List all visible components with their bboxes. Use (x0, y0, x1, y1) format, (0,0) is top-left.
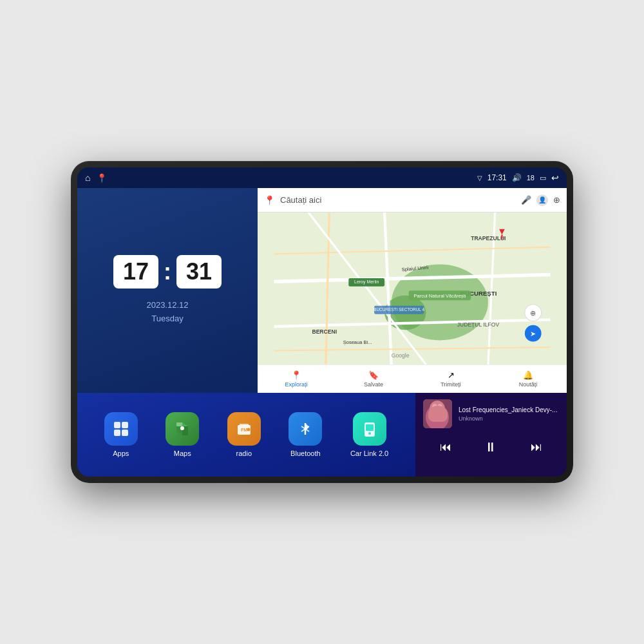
album-art (423, 399, 452, 428)
map-search-input[interactable]: Căutați aici (280, 195, 516, 205)
clock-widget: 17 : 31 2023.12.12 Tuesday (77, 188, 258, 393)
clock-display: 17 : 31 (113, 255, 222, 289)
map-search-bar[interactable]: 📍 Căutați aici 🎤 👤 ⊕ (258, 188, 567, 213)
clock-date: 2023.12.12 Tuesday (146, 299, 188, 326)
device: ⌂ 📍 ▽ 17:31 🔊 18 ▭ ↩ 17 : (71, 161, 573, 483)
news-icon: 🔔 (523, 370, 533, 380)
music-player: Lost Frequencies_Janieck Devy-... Unknow… (415, 393, 567, 477)
status-bar: ⌂ 📍 ▽ 17:31 🔊 18 ▭ ↩ (77, 167, 567, 188)
bluetooth-icon (289, 412, 322, 446)
map-search-actions: 🎤 👤 ⊕ (521, 194, 560, 206)
volume-icon[interactable]: 🔊 (512, 173, 522, 182)
svg-point-50 (437, 404, 442, 410)
svg-point-42 (247, 428, 250, 431)
send-icon: ↗ (448, 370, 455, 380)
album-art-image (423, 399, 452, 428)
svg-rect-40 (240, 424, 249, 426)
svg-rect-44 (366, 424, 374, 431)
map-area: Splaiul Unirii Șoseaua Bi... TRAPEZULUI … (258, 213, 567, 365)
music-top: Lost Frequencies_Janieck Devy-... Unknow… (423, 399, 559, 428)
apps-section: Apps Maps (77, 393, 415, 477)
apps-label: Apps (113, 450, 129, 457)
svg-point-45 (368, 432, 371, 435)
mic-icon[interactable]: 🎤 (521, 195, 531, 205)
svg-text:Leroy Merlin: Leroy Merlin (354, 279, 379, 285)
svg-text:⊕: ⊕ (530, 309, 536, 317)
app-item-carlink[interactable]: Car Link 2.0 (350, 412, 388, 457)
maps-shortcut-icon[interactable]: 📍 (97, 173, 107, 183)
clock-minutes: 31 (176, 255, 222, 289)
music-title: Lost Frequencies_Janieck Devy-... (459, 406, 559, 413)
saved-icon: 🔖 (368, 370, 379, 380)
music-info: Lost Frequencies_Janieck Devy-... Unknow… (459, 406, 559, 422)
svg-text:Parcul Natural Văcărești: Parcul Natural Văcărești (413, 293, 466, 299)
account-icon[interactable]: 👤 (536, 194, 548, 206)
bluetooth-label: Bluetooth (290, 450, 320, 457)
svg-text:FM: FM (241, 428, 247, 432)
home-icon[interactable]: ⌂ (85, 173, 90, 183)
apps-icon (104, 412, 138, 446)
map-widget[interactable]: 📍 Căutați aici 🎤 👤 ⊕ (258, 188, 567, 393)
news-label: Noutăți (519, 381, 538, 388)
next-button[interactable]: ⏭ (526, 438, 547, 457)
top-section: 17 : 31 2023.12.12 Tuesday 📍 Căutați aic… (77, 188, 567, 393)
carlink-label: Car Link 2.0 (350, 450, 388, 457)
svg-point-49 (432, 404, 437, 410)
svg-point-48 (430, 401, 445, 417)
app-item-maps[interactable]: Maps (166, 412, 199, 457)
radio-icon: FM (227, 412, 261, 446)
map-bottom-nav: 📍 Explorați 🔖 Salvate ↗ Trimiteți 🔔 (258, 365, 567, 393)
saved-label: Salvate (364, 381, 383, 388)
more-icon[interactable]: ⊕ (553, 195, 560, 205)
map-nav-send[interactable]: ↗ Trimiteți (412, 368, 489, 390)
music-artist: Unknown (459, 415, 559, 422)
maps-icon (166, 412, 199, 446)
battery-level: 18 (527, 174, 535, 182)
svg-rect-25 (501, 234, 502, 238)
svg-rect-32 (114, 430, 120, 436)
back-icon[interactable]: ↩ (551, 173, 559, 183)
explore-label: Explorați (285, 381, 307, 388)
music-controls: ⏮ ⏸ ⏭ (423, 435, 559, 460)
svg-text:Google: Google (392, 352, 410, 359)
play-pause-button[interactable]: ⏸ (479, 437, 502, 457)
map-nav-news[interactable]: 🔔 Noutăți (489, 368, 567, 390)
device-screen: ⌂ 📍 ▽ 17:31 🔊 18 ▭ ↩ 17 : (77, 167, 567, 477)
carlink-icon (353, 412, 386, 446)
battery-icon: ▭ (540, 174, 546, 182)
svg-rect-30 (114, 422, 120, 428)
svg-point-38 (180, 426, 184, 430)
map-pin-icon: 📍 (264, 195, 275, 205)
status-left: ⌂ 📍 (85, 173, 107, 183)
svg-text:BERCENI: BERCENI (312, 328, 337, 335)
app-item-radio[interactable]: FM radio (227, 412, 261, 457)
clock-hours: 17 (113, 255, 158, 289)
album-art-svg (423, 399, 452, 428)
status-right: ▽ 17:31 🔊 18 ▭ ↩ (477, 173, 559, 183)
svg-rect-33 (122, 430, 128, 436)
svg-text:JUDEȚUL ILFOV: JUDEȚUL ILFOV (457, 321, 500, 328)
signal-icon: ▽ (477, 175, 482, 182)
clock-colon: : (164, 260, 171, 283)
svg-marker-35 (176, 422, 182, 426)
map-background: Splaiul Unirii Șoseaua Bi... TRAPEZULUI … (258, 213, 567, 365)
map-nav-explore[interactable]: 📍 Explorați (258, 368, 335, 390)
svg-text:Șoseaua Bi...: Șoseaua Bi... (343, 339, 372, 345)
main-content: 17 : 31 2023.12.12 Tuesday 📍 Căutați aic… (77, 188, 567, 477)
svg-rect-31 (122, 422, 128, 428)
prev-button[interactable]: ⏮ (435, 438, 457, 457)
send-label: Trimiteți (440, 381, 461, 388)
radio-label: radio (236, 450, 252, 457)
svg-text:BUCUREȘTI SECTORUL 4: BUCUREȘTI SECTORUL 4 (374, 307, 424, 312)
maps-label: Maps (174, 450, 191, 457)
app-item-bluetooth[interactable]: Bluetooth (289, 412, 322, 457)
svg-text:TRAPEZULUI: TRAPEZULUI (471, 235, 506, 242)
bottom-section: Apps Maps (77, 393, 567, 477)
map-svg: Splaiul Unirii Șoseaua Bi... TRAPEZULUI … (258, 213, 567, 365)
map-nav-saved[interactable]: 🔖 Salvate (335, 368, 412, 390)
app-item-apps[interactable]: Apps (104, 412, 138, 457)
status-time: 17:31 (488, 173, 507, 182)
explore-icon: 📍 (291, 370, 301, 380)
svg-text:➤: ➤ (530, 330, 536, 337)
